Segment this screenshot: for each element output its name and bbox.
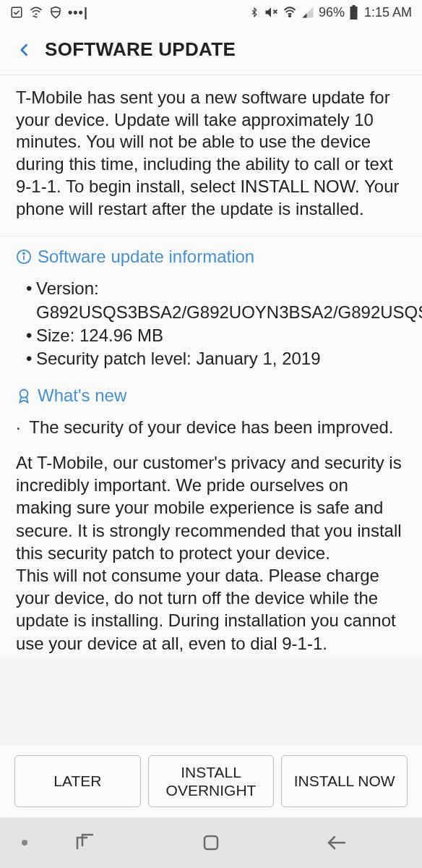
svg-point-10 [20, 390, 28, 398]
whatsnew-section-title: What's new [16, 386, 406, 406]
info-icon [16, 249, 32, 265]
info-list: •Version: G892USQS3BSA2/G892UOYN3BSA2/G8… [16, 277, 406, 371]
svg-point-9 [23, 253, 25, 255]
home-button[interactable] [202, 833, 220, 852]
battery-icon [349, 5, 358, 20]
shield-icon [49, 6, 62, 19]
svg-rect-6 [350, 7, 357, 20]
svg-rect-11 [204, 836, 218, 849]
whats-new-section: What's new · The security of your device… [0, 375, 422, 658]
svg-rect-0 [12, 7, 22, 17]
info-title-text: Software update information [38, 247, 254, 267]
later-button[interactable]: LATER [14, 755, 141, 807]
more-icon: •••| [68, 5, 88, 20]
info-item: •Version: G892USQS3BSA2/G892UOYN3BSA2/G8… [26, 277, 406, 324]
status-right: 96% 1:15 AM [249, 5, 412, 20]
whatsnew-item: · The security of your device has been i… [16, 416, 406, 438]
nav-indicator-dot [22, 840, 27, 846]
action-bar: LATER INSTALL OVERNIGHT INSTALL NOW [0, 745, 422, 817]
clock-time: 1:15 AM [364, 5, 412, 20]
whatsnew-title-text: What's new [38, 386, 126, 406]
back-nav-button[interactable] [326, 833, 348, 852]
whatsnew-paragraph: At T-Mobile, our customer's privacy and … [16, 451, 406, 655]
ribbon-icon [16, 388, 32, 404]
wifi-icon [283, 6, 297, 19]
bluetooth-icon [249, 5, 259, 20]
svg-rect-5 [352, 5, 355, 7]
info-item: •Security patch level: January 1, 2019 [26, 347, 406, 370]
battery-percent: 96% [319, 5, 345, 20]
notification-icon [10, 6, 23, 19]
svg-point-4 [289, 15, 290, 17]
header: SOFTWARE UPDATE [0, 25, 422, 75]
navigation-bar [0, 817, 422, 868]
update-info-section: Software update information •Version: G8… [0, 236, 422, 375]
install-overnight-button[interactable]: INSTALL OVERNIGHT [148, 755, 275, 807]
signal-icon [301, 6, 314, 19]
install-now-button[interactable]: INSTALL NOW [281, 755, 408, 807]
content: T-Mobile has sent you a new software upd… [0, 75, 422, 658]
info-item: •Size: 124.96 MB [26, 324, 406, 347]
page-title: SOFTWARE UPDATE [45, 38, 236, 61]
update-description: T-Mobile has sent you a new software upd… [0, 75, 422, 236]
mute-icon [264, 5, 278, 20]
recents-button[interactable] [74, 833, 96, 852]
info-section-title: Software update information [16, 247, 406, 267]
status-bar: •••| 96% 1:15 AM [0, 0, 422, 25]
back-button[interactable] [9, 34, 40, 66]
status-left: •••| [10, 5, 88, 20]
wifi-calling-icon [29, 6, 43, 19]
